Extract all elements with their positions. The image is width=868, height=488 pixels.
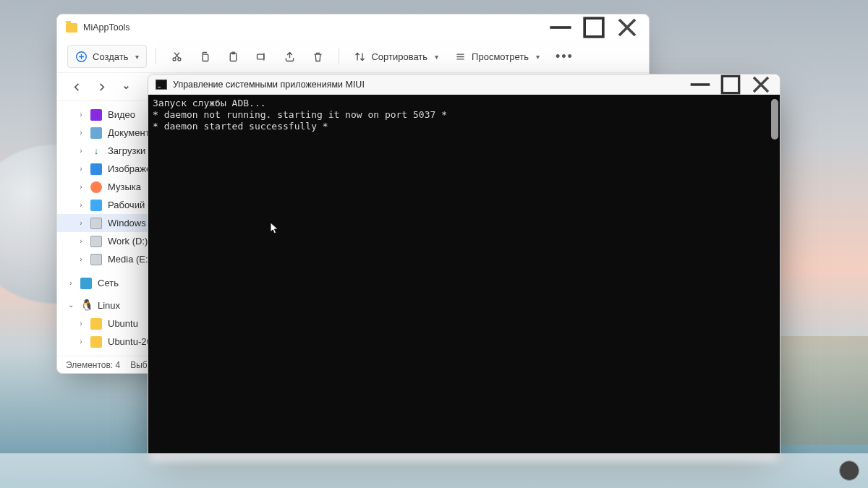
tree-item-label: Media (E:) bbox=[108, 254, 151, 265]
close-button[interactable] bbox=[611, 17, 643, 38]
minimize-button[interactable] bbox=[545, 17, 576, 38]
folder-icon bbox=[90, 318, 102, 330]
maximize-button[interactable] bbox=[716, 75, 745, 94]
sort-label: Сортировать bbox=[371, 51, 427, 62]
svg-rect-8 bbox=[722, 76, 739, 93]
chevron-right-icon: › bbox=[77, 111, 85, 119]
terminal-body[interactable]: Запуск службы ADB... * daemon not runnin… bbox=[148, 95, 780, 459]
minimize-button[interactable] bbox=[686, 75, 715, 94]
tree-item-label: Linux bbox=[98, 300, 120, 311]
svg-rect-4 bbox=[203, 54, 209, 61]
chevron-right-icon: › bbox=[77, 129, 85, 137]
share-button[interactable] bbox=[278, 45, 302, 68]
chevron-right-icon: › bbox=[77, 201, 85, 209]
drive-icon bbox=[90, 254, 102, 265]
toolbar-separator bbox=[156, 48, 156, 64]
chevron-right-icon: › bbox=[77, 338, 85, 346]
terminal-window: Управление системными приложениями MIUI … bbox=[148, 74, 780, 460]
create-label: Создать bbox=[93, 51, 128, 62]
maximize-button[interactable] bbox=[578, 17, 610, 38]
chevron-right-icon: › bbox=[77, 237, 85, 245]
status-selection: Выб bbox=[130, 360, 148, 370]
status-item-count: Элементов: 4 bbox=[66, 360, 120, 370]
drive-icon bbox=[90, 236, 102, 247]
tree-item-label: Видео bbox=[108, 109, 135, 120]
folder-icon bbox=[66, 23, 77, 33]
nav-history-button[interactable] bbox=[115, 76, 137, 98]
sort-button[interactable]: Сортировать ▾ bbox=[348, 45, 444, 68]
explorer-titlebar[interactable]: MiAppTools bbox=[57, 14, 649, 40]
chevron-down-icon: ▾ bbox=[135, 53, 139, 61]
explorer-title: MiAppTools bbox=[83, 22, 130, 33]
svg-rect-0 bbox=[584, 18, 603, 37]
taskbar[interactable] bbox=[0, 453, 868, 488]
video-icon bbox=[90, 109, 102, 121]
more-button[interactable]: ••• bbox=[550, 49, 579, 64]
chevron-right-icon: › bbox=[77, 320, 85, 328]
close-button[interactable] bbox=[746, 75, 775, 94]
paste-button[interactable] bbox=[221, 45, 245, 68]
svg-rect-7 bbox=[258, 54, 264, 59]
desk-icon bbox=[90, 200, 102, 211]
docs-icon bbox=[90, 127, 102, 139]
cut-button[interactable] bbox=[165, 45, 189, 68]
copy-button[interactable] bbox=[193, 45, 217, 68]
explorer-toolbar: Создать ▾ Сортировать ▾ Просмотреть ▾ ••… bbox=[57, 40, 649, 72]
folder-icon bbox=[90, 336, 102, 348]
view-label: Просмотреть bbox=[472, 51, 529, 62]
chevron-down-icon: ⌄ bbox=[67, 301, 75, 309]
music-icon bbox=[90, 181, 102, 193]
tree-item-label: Ubuntu bbox=[108, 318, 138, 329]
tree-item-label: Музыка bbox=[108, 181, 141, 192]
chevron-down-icon: ▾ bbox=[435, 53, 438, 61]
create-button[interactable]: Создать ▾ bbox=[67, 45, 147, 68]
dl-icon: ↓ bbox=[90, 145, 102, 157]
chevron-right-icon: › bbox=[77, 255, 85, 263]
chevron-right-icon: › bbox=[77, 165, 85, 173]
chevron-right-icon: › bbox=[77, 147, 85, 155]
toolbar-separator bbox=[339, 48, 339, 64]
tree-item-label: Work (D:) bbox=[108, 236, 148, 247]
delete-button[interactable] bbox=[306, 45, 330, 68]
net-icon bbox=[80, 278, 92, 289]
chevron-right-icon: › bbox=[77, 219, 85, 227]
img-icon bbox=[90, 163, 102, 175]
terminal-titlebar[interactable]: Управление системными приложениями MIUI bbox=[148, 74, 780, 95]
nav-forward-button[interactable] bbox=[90, 76, 112, 98]
nav-back-button[interactable] bbox=[66, 76, 88, 98]
rename-button[interactable] bbox=[250, 45, 273, 68]
view-button[interactable]: Просмотреть ▾ bbox=[448, 45, 545, 68]
tree-item-label: Сеть bbox=[98, 278, 119, 288]
terminal-title: Управление системными приложениями MIUI bbox=[173, 80, 365, 90]
linux-icon: 🐧 bbox=[80, 300, 92, 312]
cmd-icon bbox=[156, 80, 167, 90]
taskbar-avatar[interactable] bbox=[839, 461, 859, 481]
terminal-output: Запуск службы ADB... * daemon not runnin… bbox=[148, 95, 780, 135]
terminal-scrollbar[interactable] bbox=[771, 99, 778, 140]
chevron-right-icon: › bbox=[77, 183, 85, 191]
chevron-down-icon: ▾ bbox=[536, 53, 540, 61]
tree-item-label: Загрузки bbox=[108, 145, 145, 156]
drive-icon bbox=[90, 218, 102, 229]
chevron-right-icon: › bbox=[67, 279, 75, 287]
